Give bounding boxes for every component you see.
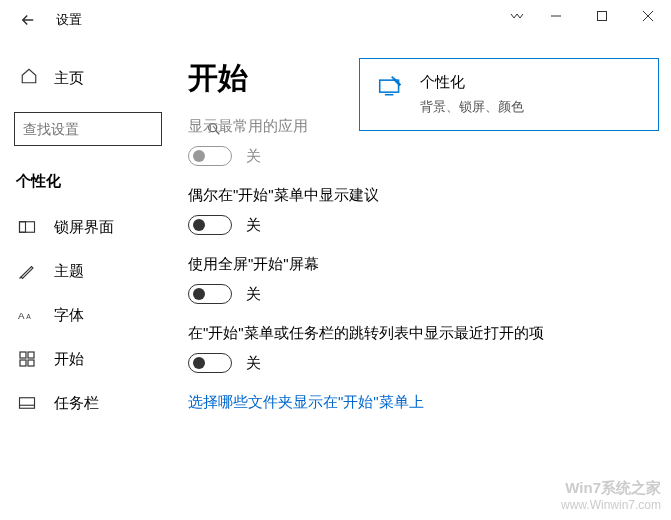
sidebar-item-label: 开始 (54, 350, 84, 369)
svg-rect-14 (20, 398, 35, 409)
sidebar-item-label: 字体 (54, 306, 84, 325)
maximize-button[interactable] (579, 0, 625, 32)
toggle-state: 关 (246, 285, 261, 304)
back-button[interactable] (8, 0, 48, 40)
setting-label: 在"开始"菜单或任务栏的跳转列表中显示最近打开的项 (188, 324, 659, 343)
sidebar: 主页 个性化 锁屏界面 主题 AA 字体 (0, 40, 180, 520)
sidebar-item-fonts[interactable]: AA 字体 (0, 293, 180, 337)
setting-fullscreen-start: 使用全屏"开始"屏幕 关 (188, 255, 659, 304)
sidebar-home-label: 主页 (54, 69, 84, 88)
search-input[interactable] (15, 121, 206, 137)
start-icon (18, 351, 36, 367)
sidebar-section-title: 个性化 (0, 164, 180, 205)
svg-rect-10 (20, 352, 26, 358)
toggle-recent-items[interactable] (188, 353, 232, 373)
lockscreen-icon (18, 220, 36, 234)
sidebar-item-start[interactable]: 开始 (0, 337, 180, 381)
toggle-state: 关 (246, 216, 261, 235)
toggle-most-used-apps (188, 146, 232, 166)
sidebar-item-label: 主题 (54, 262, 84, 281)
personalization-icon (376, 75, 404, 103)
close-button[interactable] (625, 0, 671, 32)
svg-text:A: A (18, 310, 25, 321)
toggle-state: 关 (246, 147, 261, 166)
window-title: 设置 (56, 11, 82, 29)
sidebar-item-label: 任务栏 (54, 394, 99, 413)
sidebar-item-lockscreen[interactable]: 锁屏界面 (0, 205, 180, 249)
main-content: 开始 个性化 背景、锁屏、颜色 显示最常用的应用 关 偶尔在"开始"菜单中显示建… (180, 40, 671, 520)
toggle-fullscreen-start[interactable] (188, 284, 232, 304)
tip-title: 个性化 (420, 73, 524, 92)
tip-card[interactable]: 个性化 背景、锁屏、颜色 (359, 58, 659, 131)
svg-rect-1 (598, 12, 607, 21)
toggle-show-suggestions[interactable] (188, 215, 232, 235)
setting-label: 使用全屏"开始"屏幕 (188, 255, 659, 274)
toggle-state: 关 (246, 354, 261, 373)
themes-icon (18, 262, 36, 280)
tip-description: 背景、锁屏、颜色 (420, 98, 524, 116)
sidebar-item-taskbar[interactable]: 任务栏 (0, 381, 180, 425)
svg-rect-11 (28, 352, 34, 358)
svg-text:A: A (26, 313, 31, 320)
taskbar-icon (18, 396, 36, 410)
svg-rect-7 (20, 222, 26, 233)
search-box[interactable] (14, 112, 162, 146)
setting-label: 偶尔在"开始"菜单中显示建议 (188, 186, 659, 205)
setting-recent-items: 在"开始"菜单或任务栏的跳转列表中显示最近打开的项 关 (188, 324, 659, 373)
setting-show-suggestions: 偶尔在"开始"菜单中显示建议 关 (188, 186, 659, 235)
sidebar-home[interactable]: 主页 (0, 58, 180, 98)
sidebar-item-themes[interactable]: 主题 (0, 249, 180, 293)
sidebar-item-label: 锁屏界面 (54, 218, 114, 237)
minimize-button[interactable] (533, 0, 579, 32)
svg-rect-6 (20, 222, 35, 233)
choose-folders-link[interactable]: 选择哪些文件夹显示在"开始"菜单上 (188, 393, 659, 412)
restore-down-icon[interactable] (501, 0, 533, 32)
svg-rect-13 (28, 360, 34, 366)
fonts-icon: AA (18, 307, 36, 323)
svg-rect-12 (20, 360, 26, 366)
home-icon (20, 67, 38, 89)
